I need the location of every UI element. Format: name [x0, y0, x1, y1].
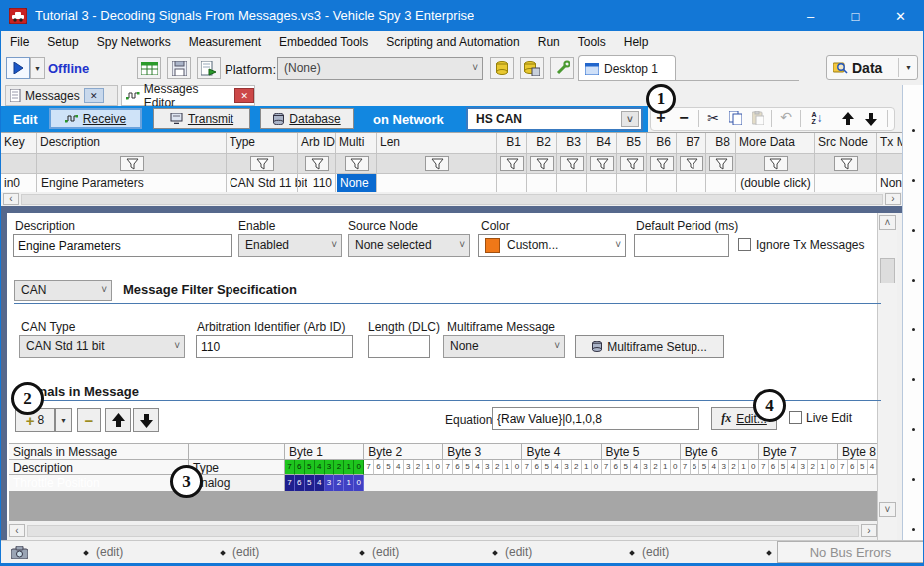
menu-measurement[interactable]: Measurement	[180, 31, 270, 53]
close-button[interactable]: ✕	[878, 1, 923, 31]
scroll-track[interactable]	[27, 525, 859, 537]
col-header-b4[interactable]: B4	[587, 133, 617, 153]
bit-header-cell[interactable]: 0	[354, 460, 364, 475]
grid-data-row[interactable]: in0 Engine Parameters CAN Std 11 bit 110…	[1, 173, 924, 192]
add-signal-dropdown[interactable]: ▼	[55, 408, 72, 432]
bit-header-cell[interactable]: 2	[334, 460, 344, 475]
menu-file[interactable]: File	[1, 31, 38, 53]
col-header-multi[interactable]: Multi	[336, 133, 377, 153]
dlc-input[interactable]	[368, 335, 430, 358]
filter-button-src-node[interactable]	[834, 156, 858, 171]
scroll-track[interactable]	[21, 194, 883, 205]
filter-button-len[interactable]	[425, 156, 449, 171]
live-edit-checkbox[interactable]	[789, 411, 802, 424]
filter-button-b3[interactable]	[560, 156, 584, 171]
filter-button-b4[interactable]	[590, 156, 614, 171]
scroll-down-icon[interactable]: ˅	[879, 502, 896, 517]
filter-button-b6[interactable]	[650, 156, 674, 171]
play-dropdown[interactable]: ▼	[30, 57, 45, 79]
logging-button[interactable]	[137, 57, 161, 79]
filter-button-b5[interactable]	[620, 156, 644, 171]
status-edit-item[interactable]: (edit)	[505, 545, 532, 559]
tools-button[interactable]	[550, 57, 574, 79]
filter-button-type[interactable]	[250, 156, 274, 171]
col-header-b2[interactable]: B2	[527, 133, 557, 153]
signal-bit-cell[interactable]: 0	[354, 475, 364, 491]
menu-run[interactable]: Run	[529, 31, 569, 53]
status-edit-item[interactable]: (edit)	[372, 545, 399, 559]
filter-button-b8[interactable]	[709, 156, 733, 171]
col-header-b7[interactable]: B7	[677, 133, 706, 153]
transmit-button[interactable]: Transmit	[153, 108, 250, 129]
play-button[interactable]	[6, 57, 30, 79]
menu-tools[interactable]: Tools	[569, 31, 615, 53]
scroll-left-icon[interactable]: ‹	[3, 193, 19, 205]
col-header-description[interactable]: Description	[37, 133, 227, 153]
scroll-thumb[interactable]	[880, 258, 895, 283]
scroll-left-icon[interactable]: ‹	[9, 524, 25, 537]
col-header-b6[interactable]: B6	[647, 133, 677, 153]
cut-icon[interactable]: ✂	[704, 109, 722, 127]
status-edit-item[interactable]: (edit)	[96, 545, 123, 559]
scroll-right-icon[interactable]: ›	[861, 524, 877, 537]
signal-bit-cell[interactable]: 3	[325, 475, 335, 491]
signals-col-description[interactable]: Description	[9, 460, 189, 475]
col-header-b5[interactable]: B5	[617, 133, 647, 153]
scroll-up-icon[interactable]: ˄	[879, 215, 896, 230]
status-edit-item[interactable]: (edit)	[642, 545, 669, 559]
bit-header-cell[interactable]: 7	[285, 460, 295, 475]
data-button[interactable]: Data ▼	[826, 55, 918, 80]
chevron-down-icon[interactable]: ˅	[621, 111, 639, 127]
minimize-button[interactable]: –	[788, 1, 833, 31]
menu-embedded-tools[interactable]: Embedded Tools	[270, 31, 377, 53]
multiframe-setup-button[interactable]: Multiframe Setup...	[575, 335, 724, 358]
remove-row-button[interactable]: −	[675, 109, 693, 127]
database-save-button[interactable]	[520, 57, 544, 79]
bit-header-cell[interactable]: 6	[295, 460, 305, 475]
default-period-input[interactable]	[634, 234, 729, 257]
receive-button[interactable]: Receive	[49, 108, 142, 129]
bus-type-select[interactable]: CAN˅	[14, 280, 112, 301]
signal-bit-cell[interactable]: 1	[344, 475, 354, 491]
logon-button[interactable]	[197, 57, 221, 79]
paste-icon[interactable]	[749, 109, 767, 127]
horizontal-splitter[interactable]	[1, 206, 924, 213]
camera-icon[interactable]	[11, 546, 28, 562]
filter-button-arb-id[interactable]	[305, 156, 329, 171]
maximize-button[interactable]: □	[833, 1, 878, 31]
dock-strip[interactable]	[902, 85, 924, 540]
move-down-icon[interactable]	[862, 110, 880, 128]
filter-button-multi[interactable]	[345, 156, 369, 171]
col-header-type[interactable]: Type	[227, 133, 298, 153]
filter-button-b2[interactable]	[530, 156, 554, 171]
save-button[interactable]	[167, 57, 191, 79]
move-up-icon[interactable]	[839, 110, 857, 128]
col-header-b3[interactable]: B3	[557, 133, 587, 153]
filter-button-b7[interactable]	[680, 156, 703, 171]
tab-messages-editor[interactable]: Messages Editor ✕	[121, 85, 255, 106]
close-tab-messages-icon[interactable]: ✕	[84, 88, 104, 103]
remove-signal-button[interactable]: −	[77, 408, 101, 432]
bit-header-cell[interactable]: 1	[344, 460, 354, 475]
source-node-select[interactable]: None selected˅	[348, 234, 470, 257]
signal-row-type[interactable]: Analog	[189, 475, 285, 491]
description-input[interactable]	[13, 234, 232, 257]
enable-select[interactable]: Enabled˅	[238, 234, 342, 257]
signal-bit-cell[interactable]: 5	[305, 475, 315, 491]
menu-scripting-and-automation[interactable]: Scripting and Automation	[377, 31, 528, 53]
menu-help[interactable]: Help	[615, 31, 658, 53]
signal-down-button[interactable]	[133, 408, 159, 432]
col-header-b1[interactable]: B1	[497, 133, 527, 153]
col-header-len[interactable]: Len	[377, 133, 497, 153]
multiframe-select[interactable]: None˅	[443, 335, 565, 358]
undo-icon[interactable]: ↶	[777, 108, 795, 126]
signals-col-type[interactable]: Type	[189, 460, 285, 475]
menu-spy-networks[interactable]: Spy Networks	[88, 31, 180, 53]
filter-button-more-data[interactable]	[764, 156, 788, 171]
can-type-select[interactable]: CAN Std 11 bit˅	[19, 335, 185, 358]
close-tab-messages-editor-icon[interactable]: ✕	[234, 88, 254, 103]
arb-id-input[interactable]	[196, 335, 353, 358]
bit-header-cell[interactable]: 3	[325, 460, 335, 475]
signal-up-button[interactable]	[105, 408, 131, 432]
database-open-button[interactable]	[490, 57, 514, 79]
